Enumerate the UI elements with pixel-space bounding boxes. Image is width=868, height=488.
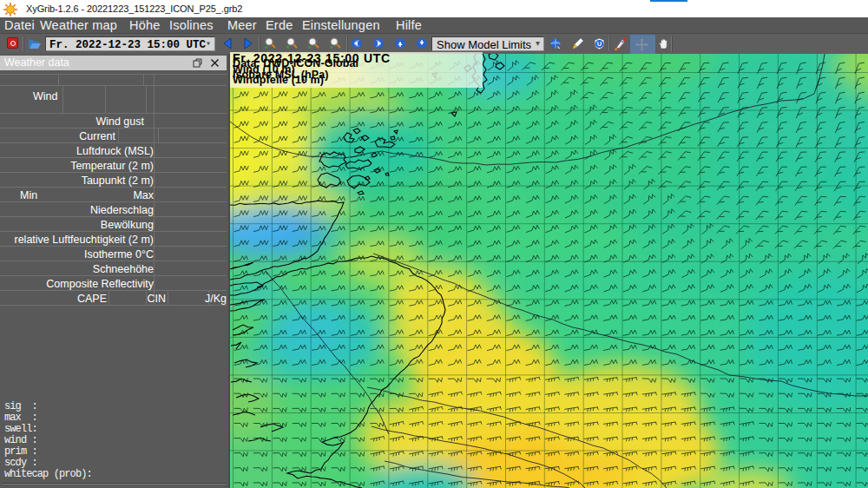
- svg-text:U: U: [597, 40, 602, 48]
